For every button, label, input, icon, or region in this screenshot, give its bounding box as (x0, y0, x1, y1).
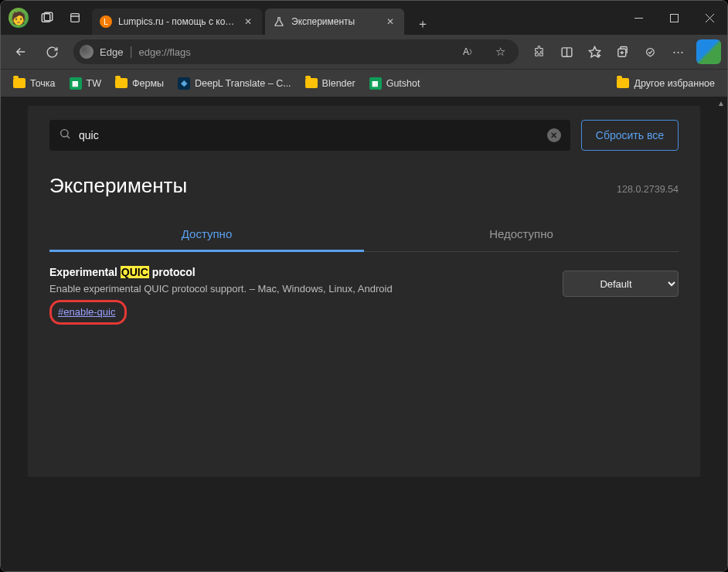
svg-point-16 (61, 130, 68, 137)
back-button[interactable] (7, 39, 35, 65)
bookmark-label: Другое избранное (634, 78, 715, 89)
bookmark-tochka[interactable]: Точка (7, 75, 62, 92)
version-text: 128.0.2739.54 (617, 184, 679, 195)
profile-avatar[interactable]: 🧑 (9, 8, 29, 28)
maximize-button[interactable] (656, 1, 692, 35)
sheet-icon: ▦ (369, 77, 382, 90)
bookmark-label: Фермы (132, 78, 164, 89)
address-bar[interactable]: Edge | edge://flags A》 ☆ (73, 39, 519, 64)
flag-title: Experimental QUIC protocol (49, 266, 547, 278)
reset-all-button[interactable]: Сбросить все (581, 120, 679, 151)
workspaces-icon[interactable] (36, 7, 58, 29)
folder-icon (617, 78, 629, 88)
extensions-icon[interactable] (526, 39, 551, 64)
flags-search-input[interactable] (79, 129, 539, 141)
bookmark-gutshot[interactable]: ▦Gutshot (363, 74, 427, 93)
search-highlight: QUIC (121, 266, 149, 278)
tab-actions-icon[interactable] (64, 7, 86, 29)
page-title: Эксперименты (49, 174, 679, 198)
tab-experiments[interactable]: Эксперименты ✕ (265, 9, 404, 35)
edge-logo-icon (80, 45, 94, 59)
close-icon[interactable]: ✕ (384, 15, 396, 28)
flag-item-enable-quic: Experimental QUIC protocol Enable experi… (49, 252, 679, 339)
annotation-highlight: #enable-quic (49, 300, 127, 325)
folder-icon (115, 78, 128, 88)
bookmark-other[interactable]: Другое избранное (611, 75, 721, 92)
performance-icon[interactable] (638, 39, 662, 64)
bookmark-tw[interactable]: ▦TW (63, 74, 107, 93)
collections-icon[interactable] (610, 39, 634, 64)
bookmark-label: TW (87, 78, 101, 89)
favorite-star-icon[interactable]: ☆ (488, 39, 512, 64)
folder-icon (305, 78, 318, 88)
edge-label: Edge (100, 46, 123, 58)
new-tab-button[interactable]: ＋ (412, 13, 434, 35)
scroll-up-arrow[interactable]: ▲ (717, 99, 725, 107)
bookmark-label: DeepL Translate – С... (195, 78, 291, 89)
tab-unavailable[interactable]: Недоступно (364, 220, 679, 251)
close-icon[interactable]: ✕ (242, 15, 254, 28)
minimize-button[interactable] (621, 1, 656, 35)
bookmark-blender[interactable]: Blender (299, 75, 362, 92)
url-separator: | (129, 45, 132, 59)
close-window-button[interactable] (692, 1, 727, 35)
menu-icon[interactable]: ⋯ (665, 39, 690, 64)
refresh-button[interactable] (38, 39, 66, 65)
clear-search-icon[interactable]: ✕ (547, 128, 561, 142)
bookmark-fermy[interactable]: Фермы (109, 75, 170, 92)
svg-rect-2 (71, 14, 80, 22)
favorites-icon[interactable] (582, 39, 607, 64)
flag-state-select[interactable]: Default (563, 271, 679, 297)
folder-icon (13, 78, 26, 88)
deepl-icon: ◆ (178, 77, 190, 90)
sheet-icon: ▦ (70, 77, 82, 90)
svg-rect-5 (670, 14, 678, 22)
tab-available[interactable]: Доступно (49, 220, 364, 251)
bookmark-deepl[interactable]: ◆DeepL Translate – С... (172, 74, 298, 93)
flask-icon (273, 15, 285, 28)
svg-line-17 (67, 136, 70, 138)
favicon-lumpics: L (100, 15, 112, 28)
bookmark-label: Точка (30, 78, 56, 89)
url-text: edge://flags (139, 46, 451, 58)
split-screen-icon[interactable] (554, 39, 579, 64)
search-icon (59, 128, 71, 143)
tab-lumpics[interactable]: L Lumpics.ru - помощь с компьюте ✕ (92, 9, 262, 35)
reading-mode-icon[interactable]: A》 (457, 39, 481, 64)
flag-hash-link[interactable]: #enable-quic (58, 306, 115, 318)
bookmark-label: Blender (322, 78, 355, 89)
flags-search-box[interactable]: ✕ (49, 120, 570, 151)
bookmark-label: Gutshot (386, 78, 420, 89)
tab-title: Lumpics.ru - помощь с компьюте (118, 16, 236, 27)
tab-title: Эксперименты (291, 16, 378, 27)
flag-description: Enable experimental QUIC protocol suppor… (49, 282, 547, 297)
copilot-icon[interactable] (696, 39, 721, 64)
